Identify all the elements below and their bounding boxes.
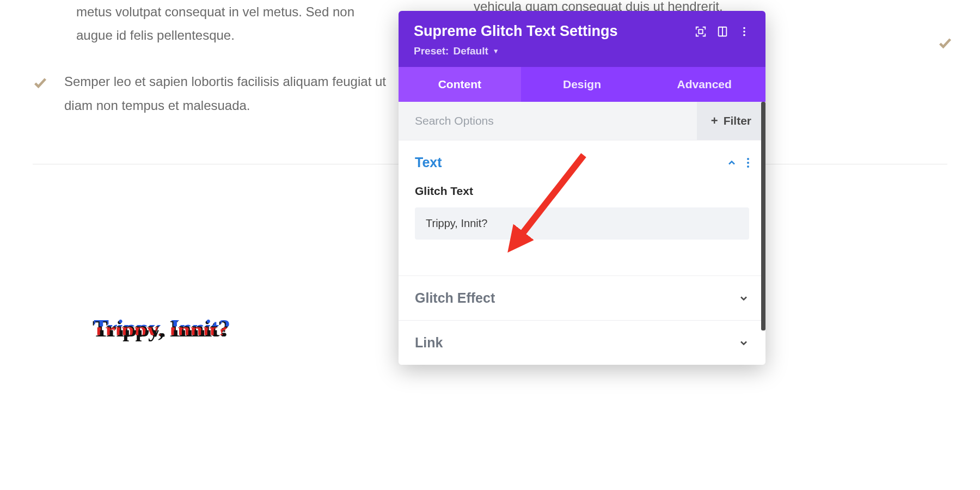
chevron-up-icon (726, 157, 737, 168)
kebab-menu-icon[interactable] (738, 26, 750, 38)
caret-down-icon: ▼ (493, 47, 499, 55)
panel-header[interactable]: Supreme Glitch Text Settings (399, 11, 765, 67)
section-glitch-effect-title: Glitch Effect (415, 290, 495, 306)
search-input[interactable] (415, 114, 697, 127)
plus-icon: + (711, 114, 718, 128)
preset-label: Preset: (414, 45, 449, 57)
filter-button[interactable]: + Filter (697, 102, 765, 140)
glitch-text-preview: Trippy, Innit? Trippy, Innit? Trippy, In… (93, 316, 229, 342)
glitch-text-input[interactable] (415, 207, 749, 240)
chevron-down-icon (738, 293, 749, 304)
panel-body: + Filter Text Glitc (399, 102, 765, 365)
tab-design[interactable]: Design (521, 67, 644, 102)
section-menu-icon[interactable] (747, 158, 749, 168)
svg-rect-0 (699, 29, 702, 33)
svg-point-4 (743, 30, 745, 33)
preset-value: Default (453, 45, 488, 57)
section-link: Link (399, 320, 765, 365)
section-link-title: Link (415, 335, 443, 351)
preset-selector[interactable]: Preset: Default ▼ (414, 45, 750, 57)
svg-point-5 (743, 34, 745, 36)
section-text-title: Text (415, 155, 442, 170)
section-glitch-effect: Glitch Effect (399, 275, 765, 320)
settings-panel: Supreme Glitch Text Settings (399, 11, 765, 365)
tab-bar: Content Design Advanced (399, 67, 765, 102)
svg-point-3 (743, 27, 745, 29)
section-text: Text Glitch Text (399, 140, 765, 275)
filter-label: Filter (724, 114, 751, 127)
expand-icon[interactable] (695, 26, 707, 38)
tab-content[interactable]: Content (399, 67, 521, 102)
chevron-down-icon (738, 338, 749, 348)
section-link-header[interactable]: Link (415, 335, 749, 351)
tab-advanced[interactable]: Advanced (643, 67, 765, 102)
scrollbar[interactable] (761, 102, 765, 330)
search-row: + Filter (399, 102, 765, 140)
glitch-text-label: Glitch Text (415, 185, 749, 198)
section-text-header[interactable]: Text (415, 155, 749, 170)
responsive-icon[interactable] (716, 26, 728, 38)
page-canvas: metus volutpat consequat in vel metus. S… (0, 0, 980, 490)
section-glitch-effect-header[interactable]: Glitch Effect (415, 290, 749, 306)
panel-title: Supreme Glitch Text Settings (414, 23, 685, 40)
